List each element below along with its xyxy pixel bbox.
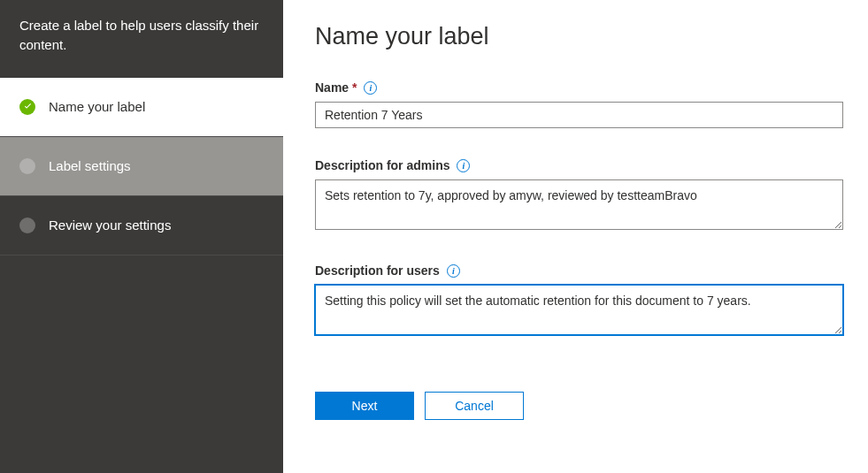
wizard-step-label-settings[interactable]: Label settings <box>0 137 283 196</box>
button-row: Next Cancel <box>315 392 843 420</box>
wizard-step-name-label[interactable]: Name your label <box>0 78 283 137</box>
info-icon[interactable]: i <box>364 81 377 95</box>
user-desc-label-row: Description for users i <box>315 263 843 278</box>
wizard-sidebar: Create a label to help users classify th… <box>0 0 283 473</box>
admin-desc-label: Description for admins <box>315 158 449 172</box>
wizard-step-label: Review your settings <box>49 217 171 233</box>
user-desc-input[interactable] <box>315 285 843 335</box>
name-label: Name * <box>315 80 357 95</box>
name-field-group: Name * i <box>315 80 843 128</box>
pending-circle-icon <box>19 158 35 174</box>
wizard-steps-list: Name your label Label settings Review yo… <box>0 78 283 256</box>
wizard-step-label: Name your label <box>49 99 145 114</box>
info-icon[interactable]: i <box>447 264 460 278</box>
admin-desc-input[interactable] <box>315 179 843 230</box>
page-title: Name your label <box>315 23 843 50</box>
wizard-step-label: Label settings <box>49 158 131 173</box>
wizard-step-review[interactable]: Review your settings <box>0 196 283 256</box>
name-input[interactable] <box>315 102 843 128</box>
user-desc-label: Description for users <box>315 263 440 278</box>
next-button[interactable]: Next <box>315 392 414 420</box>
required-asterisk: * <box>352 80 357 95</box>
cancel-button[interactable]: Cancel <box>425 392 524 420</box>
check-circle-icon <box>19 99 35 115</box>
admin-desc-label-row: Description for admins i <box>315 158 843 172</box>
name-label-row: Name * i <box>315 80 843 95</box>
info-icon[interactable]: i <box>457 159 470 172</box>
admin-desc-field-group: Description for admins i <box>315 158 843 233</box>
sidebar-header-text: Create a label to help users classify th… <box>0 0 283 78</box>
main-panel: Name your label Name * i Description for… <box>283 0 868 473</box>
pending-circle-icon <box>19 217 35 233</box>
user-desc-field-group: Description for users i <box>315 263 843 339</box>
